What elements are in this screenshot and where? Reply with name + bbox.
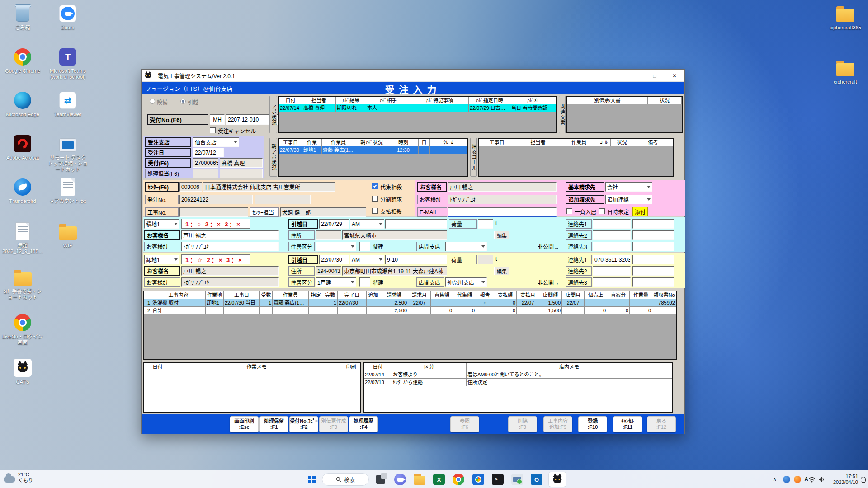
taskbar-icon-chrome[interactable]	[450, 472, 467, 487]
pickup-load-field[interactable]	[478, 219, 493, 229]
taskbar-icon-task-view[interactable]	[373, 472, 389, 487]
email-field[interactable]	[448, 207, 557, 217]
attachment-badge[interactable]: 添付	[632, 207, 648, 216]
dropoff-contact2b-field[interactable]	[632, 266, 674, 276]
pickup-address-field[interactable]: 宮城県大崎市	[342, 230, 447, 240]
desktop-icon-liveon[interactable]: LiveOn・ログイン画面	[2, 313, 43, 346]
hold-button[interactable]: 処理保留:F1	[259, 416, 288, 432]
desktop-icon-acrobat[interactable]: Adobe Acrobat	[2, 134, 43, 161]
pickup-kana-field[interactable]: ﾄｶﾞﾜ ﾉﾌﾞﾕｷ	[181, 242, 279, 251]
start-button[interactable]	[304, 472, 320, 487]
window-titlebar[interactable]: 電気工事管理システム/Ver 2.0.1 ─ □ ✕	[142, 70, 684, 82]
taskbar-icon-system-install[interactable]	[509, 472, 525, 487]
uketsuke-code-field[interactable]: 27000065	[193, 158, 218, 168]
tab-kanren-bunsho[interactable]: 関連文書	[559, 96, 566, 133]
create-slip-button[interactable]: 別伝票作成:F3	[319, 416, 348, 432]
cancel-button[interactable]: ｷｬﾝｾﾙ:F11	[613, 416, 642, 432]
reference-button[interactable]: 参照:F6	[450, 416, 479, 432]
desktop-icon-ciphercraft365[interactable]: ciphercraft365	[825, 4, 866, 31]
dropoff-tenkan-dropdown[interactable]: 神奈川支店	[445, 277, 487, 287]
customer-kana-field[interactable]: ﾄｶﾞﾜ ﾉﾌﾞﾕｷ	[448, 195, 557, 204]
pickup-contact3b-field[interactable]	[632, 242, 674, 251]
shiharai-sousai-checkbox[interactable]	[372, 208, 378, 214]
basic-billing-dropdown[interactable]: 会社	[605, 182, 652, 192]
uketsuke-prefix-field[interactable]: MH	[210, 114, 225, 125]
shop-memo-row[interactable]: 22/07/13ｾﾝﾀｰから連絡住所決定	[364, 379, 672, 386]
taskbar-icon-chat[interactable]	[392, 472, 408, 487]
dropoff-type-dropdown[interactable]: 卸地1	[144, 255, 179, 264]
pickup-edit-button[interactable]: 編集	[494, 231, 509, 239]
koji-no-field[interactable]	[179, 207, 248, 217]
delete-button[interactable]: 削除:F8	[508, 416, 537, 432]
desktop-icon-zoom[interactable]: Zoom	[47, 4, 89, 31]
taskbar-icon-cats-active[interactable]	[549, 472, 566, 487]
dropoff-time-window-field[interactable]: 9-10	[385, 255, 447, 264]
desktop-icon-untitled-doc[interactable]: 無題 2022_12_9_185…	[2, 221, 43, 254]
notification-bell-icon[interactable]	[861, 477, 866, 482]
desktop-icon-rdp[interactable]: リモート デスクトップ接続・ショートカット	[47, 134, 89, 173]
pickup-contact1b-field[interactable]	[632, 219, 674, 229]
desktop-icon-recycle-bin[interactable]: ごみ箱	[2, 4, 43, 31]
pickup-jukyo-dropdown[interactable]	[316, 242, 356, 251]
tray-chevron[interactable]: ∧	[770, 470, 779, 488]
center-tanto-field[interactable]: 犬飼 健一郎	[280, 207, 366, 217]
back-button[interactable]: 戻る:F12	[647, 416, 676, 432]
dropoff-edit-button[interactable]: 編集	[494, 267, 509, 275]
pickup-contact1-field[interactable]	[593, 219, 631, 229]
desktop-icon-thunderbird[interactable]: Thunderbird	[2, 177, 43, 204]
print-screen-button[interactable]: 画面印刷:Esc	[230, 416, 259, 432]
desktop-icon-tegaki-shortcut[interactable]: S！手書き票・ショートカット	[2, 267, 43, 300]
pickup-zip-field[interactable]	[316, 230, 341, 240]
desktop-icon-teamviewer[interactable]: ⇄ TeamViewer	[47, 90, 89, 117]
desktop-icon-cats[interactable]: CAT's	[2, 358, 43, 385]
shori-name-field[interactable]	[220, 169, 263, 178]
desktop-icon-edge[interactable]: Microsoft Edge	[2, 90, 43, 117]
daishu-sousai-checkbox[interactable]	[372, 183, 378, 189]
issei-nyukyo-checkbox[interactable]	[566, 208, 572, 214]
network-volume-group[interactable]	[808, 470, 825, 488]
dropoff-contact3b-field[interactable]	[632, 277, 674, 287]
weather-widget[interactable]: 21°Cくもり	[4, 472, 33, 483]
center-name-field[interactable]: 日本通運株式会社 仙北支店 古川営業所	[203, 182, 335, 192]
pickup-contact2b-field[interactable]	[632, 230, 674, 240]
search-input[interactable]: 検索	[322, 473, 369, 486]
center-code-field[interactable]: 003006	[179, 182, 202, 192]
hatchu-no2-field[interactable]	[255, 195, 311, 204]
register-button[interactable]: 登録:F10	[578, 416, 607, 432]
minimize-button[interactable]: ─	[625, 70, 645, 82]
dropoff-jukyo-dropdown[interactable]: 1戸建	[316, 277, 356, 287]
apo-table-row[interactable]: 22/07/14髙橋 真理期限切れ本人22/07/29 日古…当日 着時間確認	[279, 104, 556, 112]
dropoff-zip-field[interactable]: 194-0043	[316, 266, 341, 276]
taskbar-icon-excel[interactable]: X	[431, 472, 447, 487]
dropoff-floors-field[interactable]	[359, 277, 370, 287]
customer-name-field[interactable]: 戸川 暢之	[448, 182, 557, 192]
taskbar-icon-outlook[interactable]: O	[528, 472, 545, 487]
order-cancel-checkbox[interactable]	[210, 127, 216, 133]
desktop-icon-wip[interactable]: WIP	[47, 221, 89, 249]
shori-code-field[interactable]	[193, 169, 218, 178]
taskbar-clock[interactable]: 17:51 2023/04/10	[833, 474, 858, 485]
taskbar-icon-photos[interactable]	[470, 472, 486, 487]
nichiji-mitei-checkbox[interactable]	[599, 208, 605, 214]
order-date-field[interactable]: 22/07/12	[193, 148, 224, 157]
pickup-contact2-field[interactable]	[593, 230, 631, 240]
radio-hikkoshi[interactable]	[180, 99, 186, 104]
tab-kaeru-call[interactable]: 帰るコール	[470, 138, 477, 177]
history-button[interactable]: 処理履歴:F4	[349, 416, 378, 432]
dropoff-name-field[interactable]: 戸川 暢之	[181, 266, 279, 276]
shop-memo-row[interactable]: 22/07/14お客様より着はAM9:00と聞いてるとのこと。	[364, 371, 672, 379]
add-work-button[interactable]: 工事内容追加:F9	[543, 416, 572, 432]
dropoff-contact1-field[interactable]: 070-3611-3203	[593, 255, 631, 264]
tray-app-firefox[interactable]	[794, 470, 801, 488]
dropoff-load-field[interactable]	[478, 255, 493, 264]
uketsuke-name-field[interactable]: 髙橋 真理	[220, 158, 263, 168]
bunkatsu-seikyu-checkbox[interactable]	[372, 196, 378, 202]
works-table-row[interactable]: 1洗濯機 取付卸地122/07/30 当日1齋藤 義広(1…122/07/302…	[144, 299, 676, 307]
pickup-tenkan-dropdown[interactable]	[445, 242, 487, 251]
tab-asa-apo-status[interactable]: 朝アポ状況	[269, 138, 277, 177]
pickup-contact3-field[interactable]	[593, 242, 631, 251]
taskbar-icon-terminal[interactable]: >_	[490, 472, 506, 487]
pickup-floors-field[interactable]	[359, 242, 370, 251]
taskbar-icon-explorer[interactable]	[411, 472, 428, 487]
dropoff-contact2-field[interactable]	[593, 266, 631, 276]
